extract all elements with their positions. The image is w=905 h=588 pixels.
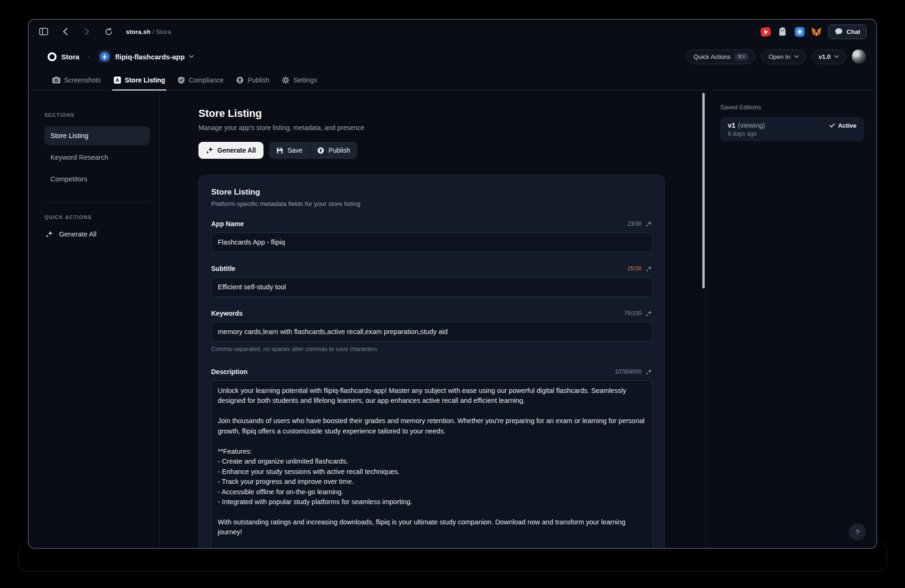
brand-name: Stora xyxy=(61,53,79,61)
edition-viewing-suffix: (viewing) xyxy=(738,122,765,129)
quick-actions-button[interactable]: Quick Actions ⌘K xyxy=(686,49,756,64)
version-label: v1.0 xyxy=(819,53,831,60)
publish-button-label: Publish xyxy=(329,147,350,154)
address-bar[interactable]: stora.sh / Stora xyxy=(126,28,171,35)
help-button[interactable]: ? xyxy=(849,523,866,540)
generate-all-label: Generate All xyxy=(59,230,97,238)
sparkles-icon xyxy=(206,147,213,154)
app-name-counter: 23/30 xyxy=(627,220,642,227)
vertical-scrollbar[interactable] xyxy=(702,93,705,288)
version-dropdown[interactable]: v1.0 xyxy=(812,49,846,64)
edition-name: v1 xyxy=(728,122,735,129)
save-button-label: Save xyxy=(288,147,303,154)
tab-label: Screenshots xyxy=(64,76,101,84)
app-header: Stora flipiq-flashcards-app Quick Action… xyxy=(29,43,876,70)
publish-upload-icon xyxy=(317,147,324,154)
save-publish-group: Save Publish xyxy=(269,142,357,159)
app-name-input[interactable] xyxy=(211,232,653,252)
description-textarea[interactable]: Unlock your learning potential with flip… xyxy=(211,380,653,549)
back-icon[interactable] xyxy=(60,26,70,37)
keywords-field: Keywords 75/100 Comma-separated, no spac… xyxy=(211,310,652,352)
publish-button[interactable]: Publish xyxy=(310,142,357,159)
tab-compliance[interactable]: Compliance xyxy=(178,70,223,90)
url-path: / Stora xyxy=(151,28,172,35)
sparkle-generate-icon[interactable] xyxy=(646,310,652,317)
sidebar-item-keyword-research[interactable]: Keyword Research xyxy=(44,148,150,167)
url-host: stora.sh xyxy=(126,28,151,35)
nav-tabs: Screenshots A Store Listing Compliance xyxy=(29,70,876,90)
sparkle-generate-icon[interactable] xyxy=(646,266,652,272)
forward-icon[interactable] xyxy=(82,26,92,37)
tab-label: Settings xyxy=(293,76,317,84)
chat-bubble-icon xyxy=(835,28,843,35)
reload-icon[interactable] xyxy=(103,26,114,37)
tab-screenshots[interactable]: Screenshots xyxy=(52,70,101,90)
card-title: Store Listing xyxy=(211,188,652,197)
quick-actions-label: Quick Actions xyxy=(693,53,731,60)
description-label: Description xyxy=(211,368,247,376)
metamask-fox-icon[interactable] xyxy=(811,26,822,37)
sections-title: SECTIONS xyxy=(44,112,150,118)
desktop-background: stora.sh / Stora xyxy=(0,0,905,588)
save-button[interactable]: Save xyxy=(269,142,310,159)
store-listing-card: Store Listing Platform-specific metadata… xyxy=(198,175,665,549)
publish-upload-icon xyxy=(236,76,244,84)
tab-settings[interactable]: Settings xyxy=(282,70,317,90)
sparkle-generate-icon[interactable] xyxy=(646,369,652,375)
sidebar-generate-all[interactable]: Generate All xyxy=(44,230,150,238)
app-name-label: App Name xyxy=(211,220,244,228)
main-content: Store Listing Manage your app's store li… xyxy=(160,90,706,548)
edition-item[interactable]: v1 (viewing) Active 6 days ago xyxy=(720,117,864,141)
chevron-down-icon xyxy=(794,55,799,58)
sidebar-item-store-listing[interactable]: Store Listing xyxy=(44,126,150,145)
red-extension-icon[interactable] xyxy=(760,26,771,37)
tab-label: Publish xyxy=(247,76,269,84)
brand[interactable]: Stora xyxy=(48,52,79,61)
saved-editions-title: Saved Editions xyxy=(720,104,864,111)
keywords-counter: 75/100 xyxy=(624,310,642,317)
sidebar-item-label: Keyword Research xyxy=(50,154,108,161)
keywords-helper: Comma-separated, no spaces after commas … xyxy=(211,346,652,352)
description-field: Description 1078/4000 Unlock your learni… xyxy=(211,368,652,549)
header-separator xyxy=(88,56,90,57)
sidebar-item-label: Competitors xyxy=(50,175,87,183)
help-label: ? xyxy=(856,528,859,536)
sections-sidebar: SECTIONS Store Listing Keyword Research … xyxy=(29,90,160,548)
open-in-button[interactable]: Open In xyxy=(761,49,806,64)
app-store-icon: A xyxy=(114,76,121,84)
card-subtitle: Platform-specific metadata fields for yo… xyxy=(211,200,652,207)
active-badge-label: Active xyxy=(838,122,856,129)
chat-label: Chat xyxy=(847,28,860,35)
check-icon xyxy=(830,123,835,128)
shield-check-icon xyxy=(178,76,185,84)
sparkles-icon xyxy=(46,231,53,238)
tab-publish[interactable]: Publish xyxy=(236,70,269,90)
command-k-kbd: ⌘K xyxy=(734,53,749,61)
keywords-input[interactable] xyxy=(211,322,653,342)
blue-extension-icon[interactable] xyxy=(794,26,805,37)
subtitle-counter: 25/30 xyxy=(627,265,642,272)
chat-button[interactable]: Chat xyxy=(828,24,867,39)
quick-actions-title: QUICK ACTIONS xyxy=(44,214,150,220)
page-title: Store Listing xyxy=(198,107,706,120)
ghost-extension-icon[interactable] xyxy=(777,26,788,37)
subtitle-label: Subtitle xyxy=(211,265,235,272)
generate-all-button-label: Generate All xyxy=(217,147,256,154)
project-switcher[interactable]: flipiq-flashcards-app xyxy=(99,50,194,63)
sidebar-toggle-icon[interactable] xyxy=(38,26,49,37)
avatar[interactable] xyxy=(852,49,866,64)
sparkle-generate-icon[interactable] xyxy=(646,221,652,227)
gear-icon xyxy=(282,76,289,84)
app-name-field: App Name 23/30 xyxy=(211,220,652,252)
camera-icon xyxy=(52,76,60,83)
generate-all-button[interactable]: Generate All xyxy=(198,142,263,159)
chevron-down-icon xyxy=(189,55,194,58)
tab-store-listing[interactable]: A Store Listing xyxy=(114,70,165,90)
keywords-label: Keywords xyxy=(211,310,243,317)
sidebar-item-competitors[interactable]: Competitors xyxy=(44,170,150,188)
sidebar-divider xyxy=(44,202,150,202)
description-counter: 1078/4000 xyxy=(615,368,642,375)
subtitle-field: Subtitle 25/30 xyxy=(211,265,652,297)
browser-toolbar: stora.sh / Stora xyxy=(29,20,876,43)
subtitle-input[interactable] xyxy=(211,277,653,297)
